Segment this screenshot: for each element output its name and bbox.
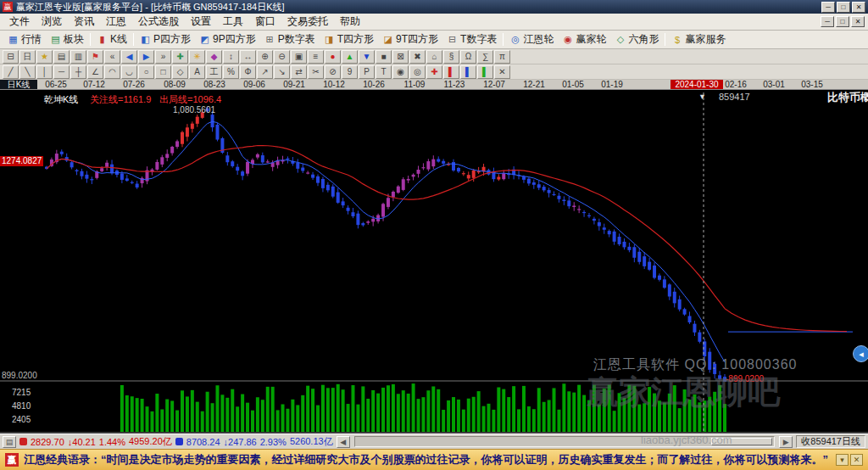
toolbar-item-9t-square[interactable]: ◪9T四方形 — [378, 31, 442, 48]
toolbar-item-market-quotes[interactable]: ▦行情 — [3, 31, 46, 48]
menu-交易委托[interactable]: 交易委托 — [281, 13, 334, 31]
menu-资讯[interactable]: 资讯 — [68, 13, 100, 31]
delete-box-icon[interactable]: ⊠ — [392, 50, 409, 64]
zoom-in-icon[interactable]: ⊕ — [257, 50, 273, 64]
formula-icon[interactable]: § — [443, 50, 459, 64]
cut-icon[interactable]: ✂ — [308, 65, 324, 79]
gann-grid-icon[interactable]: 工 — [206, 65, 222, 79]
scroll-left-button[interactable]: ◀ — [337, 436, 350, 448]
width-measure-icon[interactable]: ↔ — [240, 50, 256, 64]
menu-设置[interactable]: 设置 — [185, 13, 217, 31]
window-cascade-icon[interactable]: ⊟ — [3, 50, 19, 64]
zoom-out-icon[interactable]: ⊖ — [274, 50, 290, 64]
chart-scrollbar[interactable] — [354, 436, 776, 447]
toolbar-item-t-number-table[interactable]: ⊟T数字表 — [442, 31, 501, 48]
scroll-right-button[interactable]: ▶ — [779, 436, 793, 448]
mdi-close-button[interactable]: ✕ — [851, 16, 865, 27]
diamond-tool-icon[interactable]: ◇ — [172, 65, 188, 79]
panel-expand-button[interactable]: ◂ — [853, 345, 868, 362]
maximize-button[interactable]: □ — [837, 2, 850, 13]
wheel-tool-icon[interactable]: ◉ — [392, 65, 409, 79]
cross-marker-icon[interactable]: ✚ — [426, 65, 442, 79]
swap-icon[interactable]: ⇄ — [291, 65, 307, 79]
status-menu-button[interactable]: ▤ — [3, 436, 16, 448]
up-marker-icon[interactable]: ▲ — [342, 50, 358, 64]
blue-bar-icon[interactable]: ▌ — [460, 65, 476, 79]
circle-tool-icon[interactable]: ○ — [138, 65, 154, 79]
settings-icon[interactable]: ≡ — [308, 50, 324, 64]
toolbar-item-winner-wheel[interactable]: ◉赢家轮 — [558, 31, 610, 48]
first-bar-icon[interactable]: « — [104, 50, 120, 64]
menu-江恩[interactable]: 江恩 — [100, 13, 132, 31]
erase-icon[interactable]: ✖ — [409, 50, 426, 64]
favorite-star-icon[interactable]: ★ — [36, 50, 53, 64]
cross-line-icon[interactable]: ┼ — [70, 65, 86, 79]
mdi-restore-button[interactable]: □ — [836, 16, 849, 27]
next-bar-icon[interactable]: ▶ — [138, 50, 154, 64]
chart-area[interactable]: 乾坤K线 关注线=1161.9 出局线=1096.4 859417 比特币概 1… — [0, 90, 868, 434]
menu-公式选股[interactable]: 公式选股 — [132, 13, 185, 31]
red-bar-icon[interactable]: ▌ — [443, 65, 459, 79]
t-tool-icon[interactable]: T — [376, 65, 392, 79]
trend-line-icon[interactable]: ╱ — [3, 65, 19, 79]
list-view-icon[interactable]: ▤ — [53, 50, 70, 64]
stats-icon[interactable]: Ω — [460, 50, 476, 64]
ring-tool-icon[interactable]: ◎ — [409, 65, 426, 79]
golden-ratio-icon[interactable]: Φ — [240, 65, 256, 79]
close-tool-icon[interactable]: ✕ — [494, 65, 510, 79]
arrow-ne-icon[interactable]: ↗ — [257, 65, 273, 79]
toolbar-item-winner-service[interactable]: $赢家服务 — [667, 31, 730, 48]
ticker-close-button[interactable]: ✕ — [850, 454, 863, 466]
close-button[interactable]: ✕ — [852, 2, 865, 13]
toolbar-item-gann-wheel[interactable]: ◎江恩轮 — [505, 31, 558, 48]
minimize-button[interactable]: ─ — [821, 2, 835, 13]
scrollbar-thumb[interactable] — [711, 438, 772, 445]
toolbar-item-sectors[interactable]: ▤板块 — [46, 31, 88, 48]
down-line-icon[interactable]: ╲ — [19, 65, 36, 79]
height-measure-icon[interactable]: ↕ — [223, 50, 239, 64]
toolbar-item-kline[interactable]: ▮K线 — [92, 31, 131, 48]
menu-工具[interactable]: 工具 — [217, 13, 249, 31]
diamond-marker-icon[interactable]: ◆ — [206, 50, 222, 64]
toolbar-item-hexagon[interactable]: ◇六角形 — [610, 31, 663, 48]
print-icon[interactable]: ▥ — [70, 50, 86, 64]
menu-窗口[interactable]: 窗口 — [249, 13, 281, 31]
sun-marker-icon[interactable]: ✳ — [189, 50, 205, 64]
p-tool-icon[interactable]: P — [359, 65, 375, 79]
menu-文件[interactable]: 文件 — [3, 13, 36, 31]
price-volume-chart[interactable] — [0, 90, 868, 434]
block-icon[interactable]: ■ — [376, 50, 392, 64]
flag-icon[interactable]: ⚑ — [87, 50, 103, 64]
add-icon[interactable]: ✚ — [172, 50, 188, 64]
home-icon[interactable]: ⌂ — [426, 50, 442, 64]
mdi-minimize-button[interactable]: ─ — [821, 16, 834, 27]
down-marker-icon[interactable]: ▼ — [359, 50, 375, 64]
nine-grid-icon[interactable]: 9 — [342, 65, 358, 79]
rect-tool-icon[interactable]: □ — [155, 65, 171, 79]
arc-down-icon[interactable]: ◡ — [121, 65, 137, 79]
vertical-line-icon[interactable]: │ — [36, 65, 53, 79]
red-dot-marker-icon[interactable]: ● — [325, 50, 341, 64]
ticker-collapse-button[interactable]: ▾ — [836, 454, 849, 466]
percent-icon[interactable]: % — [223, 65, 239, 79]
last-bar-icon[interactable]: » — [155, 50, 171, 64]
sum-icon[interactable]: ∑ — [477, 50, 493, 64]
toolbar-item-t-square[interactable]: ◨T四方形 — [320, 31, 378, 48]
snapshot-icon[interactable]: ▣ — [291, 50, 307, 64]
prev-bar-icon[interactable]: ◀ — [121, 50, 137, 64]
arc-up-icon[interactable]: ◠ — [104, 65, 120, 79]
toolbar-item-p-number-table[interactable]: ⊞P数字表 — [260, 31, 320, 48]
clear-icon[interactable]: ⊘ — [325, 65, 341, 79]
menu-帮助[interactable]: 帮助 — [334, 13, 366, 31]
toolbar-item-p-square[interactable]: ◧P四方形 — [136, 31, 195, 48]
period-day-icon[interactable]: 日 — [19, 50, 36, 64]
menu-浏览[interactable]: 浏览 — [36, 13, 68, 31]
arrow-se-icon[interactable]: ↘ — [274, 65, 290, 79]
green-bar-icon[interactable]: ▌ — [477, 65, 493, 79]
toolbar-item-9p-square[interactable]: ◩9P四方形 — [195, 31, 260, 48]
index-quote-shanghai[interactable]: 2829.70 ↓40.21 1.44% 4959.20亿 — [19, 435, 172, 448]
angle-line-icon[interactable]: ∠ — [87, 65, 103, 79]
title-bar[interactable]: 赢 赢家江恩专业版[赢家服务平台] - [比特币概 GN859417-184日K… — [0, 0, 868, 14]
horizontal-line-icon[interactable]: ─ — [53, 65, 70, 79]
cycle-icon[interactable]: π — [494, 50, 510, 64]
